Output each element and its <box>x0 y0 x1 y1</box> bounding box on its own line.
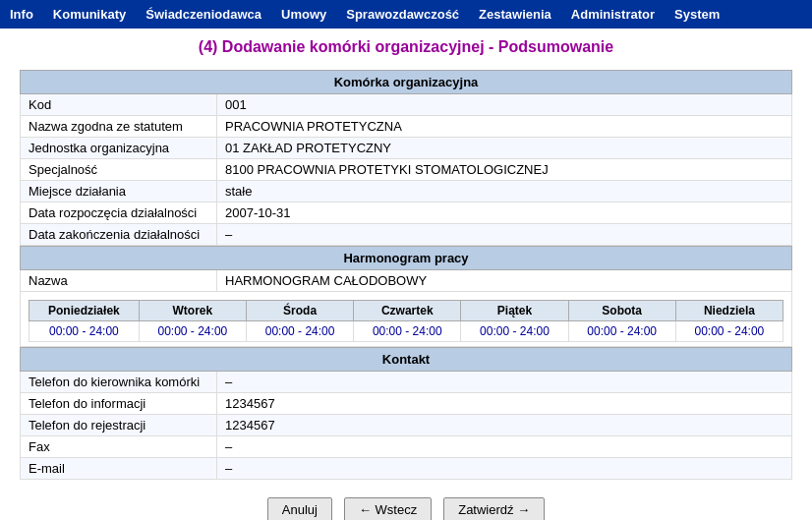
row-value: 001 <box>217 94 792 116</box>
schedule-hour-cell: 00:00 - 24:00 <box>568 321 675 342</box>
row-label: Nazwa <box>21 270 217 292</box>
row-label: Telefon do informacji <box>21 393 217 415</box>
row-label: Miejsce działania <box>21 181 217 202</box>
schedule-day-header: Środa <box>246 301 353 321</box>
schedule-day-header: Niedziela <box>675 301 783 321</box>
summary-table: Komórka organizacyjna Kod001Nazwa zgodna… <box>20 70 792 246</box>
menu-item-zestawienia[interactable]: Zestawienia <box>469 4 561 25</box>
table-row: Data zakończenia działalności– <box>21 224 792 246</box>
table-row: Telefon do informacji1234567 <box>21 393 792 415</box>
kontakt-table: KontaktTelefon do kierownika komórki–Tel… <box>20 347 792 480</box>
row-label: Specjalność <box>21 159 217 181</box>
komorka-header: Komórka organizacyjna <box>21 71 792 94</box>
row-value: 8100 PRACOWNIA PROTETYKI STOMATOLOGICZNE… <box>217 159 792 181</box>
row-label: Nazwa zgodna ze statutem <box>21 116 217 138</box>
page-content: (4) Dodawanie komórki organizacyjnej - P… <box>0 29 812 520</box>
row-label: Fax <box>21 436 217 458</box>
schedule-hour-cell: 00:00 - 24:00 <box>354 321 461 342</box>
table-row: Jednostka organizacyjna01 ZAKŁAD PROTETY… <box>21 138 792 159</box>
schedule-day-header: Wtorek <box>139 301 246 321</box>
row-label: Telefon do kierownika komórki <box>21 372 217 393</box>
confirm-button[interactable]: Zatwierdź → <box>443 497 545 520</box>
button-row: Anuluj ← Wstecz Zatwierdź → <box>20 497 792 520</box>
row-label: Data zakończenia działalności <box>21 224 217 246</box>
row-label: Telefon do rejestracji <box>21 415 217 436</box>
komorka-header-row: Komórka organizacyjna <box>21 71 792 94</box>
menu-item-system[interactable]: System <box>665 4 729 25</box>
schedule-day-header: Piątek <box>461 301 568 321</box>
schedule-section: Harmonogram pracyNazwaHARMONOGRAM CAŁODO… <box>20 246 792 347</box>
row-value: PRACOWNIA PROTETYCZNA <box>217 116 792 138</box>
row-label: E-mail <box>21 458 217 480</box>
table-row: NazwaHARMONOGRAM CAŁODOBOWY <box>21 270 792 292</box>
row-value: 1234567 <box>217 415 792 436</box>
menu-item-świadczeniodawca[interactable]: Świadczeniodawca <box>136 4 271 25</box>
row-value: 2007-10-31 <box>217 202 792 224</box>
table-row: Telefon do rejestracji1234567 <box>21 415 792 436</box>
harmonogram-table: Harmonogram pracyNazwaHARMONOGRAM CAŁODO… <box>20 246 792 347</box>
table-row: Data rozpoczęcia działalności2007-10-31 <box>21 202 792 224</box>
row-label: Kod <box>21 94 217 116</box>
table-row: Fax– <box>21 436 792 458</box>
schedule-days-row: PoniedziałekWtorekŚrodaCzwartekPiątekSob… <box>21 292 792 347</box>
schedule-day-header: Czwartek <box>354 301 461 321</box>
page-title: (4) Dodawanie komórki organizacyjnej - P… <box>20 38 792 56</box>
schedule-hour-cell: 00:00 - 24:00 <box>675 321 783 342</box>
menu-item-info[interactable]: Info <box>0 4 43 25</box>
schedule-hour-cell: 00:00 - 24:00 <box>246 321 353 342</box>
table-row: Miejsce działaniastałe <box>21 181 792 202</box>
row-value: 1234567 <box>217 393 792 415</box>
menu-item-sprawozdawczość[interactable]: Sprawozdawczość <box>336 4 469 25</box>
table-row: Telefon do kierownika komórki– <box>21 372 792 393</box>
table-row: Kod001 <box>21 94 792 116</box>
row-value: HARMONOGRAM CAŁODOBOWY <box>217 270 792 292</box>
schedule-hour-cell: 00:00 - 24:00 <box>139 321 246 342</box>
row-value: 01 ZAKŁAD PROTETYCZNY <box>217 138 792 159</box>
cancel-button[interactable]: Anuluj <box>267 497 332 520</box>
kontakt-section: KontaktTelefon do kierownika komórki–Tel… <box>20 347 792 480</box>
menu-item-komunikaty[interactable]: Komunikaty <box>43 4 136 25</box>
row-value: stałe <box>217 181 792 202</box>
schedule-day-header: Sobota <box>568 301 675 321</box>
menu-item-umowy[interactable]: Umowy <box>271 4 336 25</box>
schedule-hour-cell: 00:00 - 24:00 <box>461 321 568 342</box>
schedule-inner-table: PoniedziałekWtorekŚrodaCzwartekPiątekSob… <box>29 300 783 342</box>
row-value: – <box>217 436 792 458</box>
menubar: InfoKomunikatyŚwiadczeniodawcaUmowySpraw… <box>0 0 812 29</box>
table-row: Specjalność8100 PRACOWNIA PROTETYKI STOM… <box>21 159 792 181</box>
menu-item-administrator[interactable]: Administrator <box>561 4 665 25</box>
kontakt-header: Kontakt <box>21 348 792 372</box>
harmonogram-header: Harmonogram pracy <box>21 247 792 270</box>
row-value: – <box>217 458 792 480</box>
row-label: Data rozpoczęcia działalności <box>21 202 217 224</box>
table-row: E-mail– <box>21 458 792 480</box>
table-row: Nazwa zgodna ze statutemPRACOWNIA PROTET… <box>21 116 792 138</box>
row-label: Jednostka organizacyjna <box>21 138 217 159</box>
schedule-day-header: Poniedziałek <box>29 301 140 321</box>
schedule-hour-cell: 00:00 - 24:00 <box>29 321 140 342</box>
row-value: – <box>217 372 792 393</box>
row-value: – <box>217 224 792 246</box>
back-button[interactable]: ← Wstecz <box>344 497 432 520</box>
